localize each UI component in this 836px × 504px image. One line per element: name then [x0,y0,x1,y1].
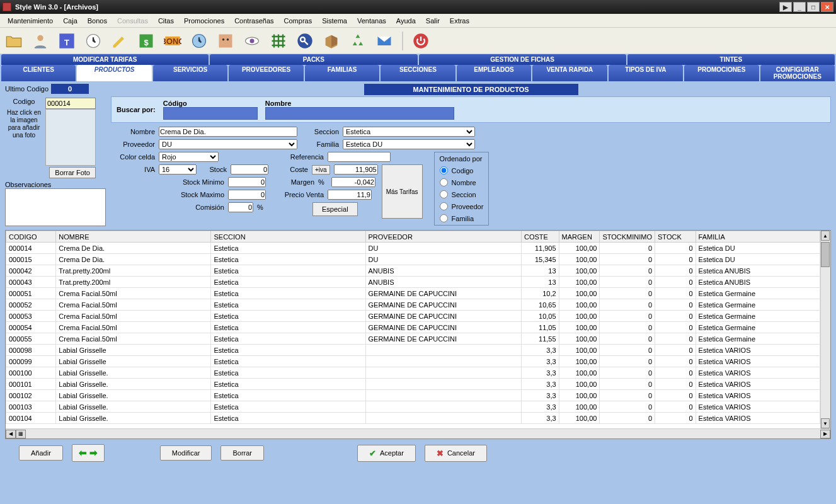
person-icon[interactable] [29,30,52,52]
scroll-down-icon[interactable]: ▼ [821,418,830,428]
borrar-foto-button[interactable]: Borrar Foto [49,167,96,178]
subtab-proveedores[interactable]: PROVEEDORES [229,65,303,81]
money-icon[interactable]: $ [135,30,157,52]
pencil-icon[interactable] [108,30,131,52]
table-row[interactable]: 000015Crema De Dia.EsteticaDU15,345100,0… [6,254,820,265]
menu-salir[interactable]: Salir [421,16,445,26]
close-button[interactable]: ✕ [821,2,833,12]
power-icon[interactable] [409,30,432,52]
table-row[interactable]: 000103Labial Grisselle.Estetica3,3100,00… [6,401,820,413]
menu-mantenimiento[interactable]: Mantenimiento [3,16,58,26]
table-row[interactable]: 000053Crema Facial.50mlEsteticaGERMAINE … [6,311,820,322]
hscroll-box-icon[interactable]: ▦ [16,430,26,438]
cancelar-button[interactable]: ✖Cancelar [425,445,487,462]
comision-input[interactable] [228,202,253,212]
subtab-secciones[interactable]: SECCIONES [381,65,455,81]
col-stockminimo[interactable]: STOCKMINIMO [600,231,655,243]
table-row[interactable]: 000099Labial GrisselleEstetica3,3100,000… [6,356,820,367]
order-option-proveedor[interactable]: Proveedor [440,202,484,210]
maintab-packs[interactable]: PACKS [210,54,417,65]
next-icon[interactable]: ➡ [89,447,98,459]
proveedor-select[interactable]: DU [159,139,297,149]
subtab-empleados[interactable]: EMPLEADOS [457,65,531,81]
stockmax-input[interactable] [228,190,266,200]
subtab-promociones[interactable]: PROMOCIONES [684,65,759,81]
table-row[interactable]: 000100Labial Grisselle.Estetica3,3100,00… [6,367,820,379]
stock-input[interactable] [231,164,268,175]
subtab-servicios[interactable]: SERVICIOS [153,65,227,81]
menu-promociones[interactable]: Promociones [179,16,229,26]
stockmin-input[interactable] [228,177,266,187]
subtab-tipos-de-iva[interactable]: TIPOS DE IVA [609,65,683,81]
borrar-button[interactable]: Borrar [220,445,264,461]
scroll-up-icon[interactable]: ▲ [821,231,830,241]
mail-icon[interactable] [373,30,396,52]
seccion-select[interactable]: Estetica [343,127,475,137]
table-row[interactable]: 000098Labial GrisselleEstetica3,3100,000… [6,345,820,356]
photo-zone[interactable] [45,109,96,166]
table-row[interactable]: 000051Crema Facial.50mlEsteticaGERMAINE … [6,288,820,299]
precio-input[interactable] [328,190,372,200]
search-codigo-input[interactable] [163,107,258,120]
hscroll-right-icon[interactable]: ▶ [820,430,830,438]
menu-bonos[interactable]: Bonos [83,16,112,26]
col-codigo[interactable]: CODIGO [6,231,56,243]
referencia-input[interactable] [328,152,391,162]
menu-contraseñas[interactable]: Contraseñas [229,16,278,26]
table-row[interactable]: 000014Crema De Dia.EsteticaDU11,905100,0… [6,243,820,254]
recycle-icon[interactable] [346,30,369,52]
col-margen[interactable]: MARGEN [559,231,600,243]
subtab-clientes[interactable]: CLIENTES [1,65,76,81]
coste-input[interactable] [334,164,378,175]
menu-ventanas[interactable]: Ventanas [352,16,391,26]
menu-caja[interactable]: Caja [58,16,83,26]
face-icon[interactable] [214,30,237,52]
hscroll-left-icon[interactable]: ◀ [6,430,16,438]
subtab-venta-rapida[interactable]: VENTA RAPIDA [532,65,607,81]
text-icon[interactable]: T [55,30,78,52]
bonus-icon[interactable]: BONO [161,30,184,52]
table-row[interactable]: 000104Labial Grisselle.Estetica3,3100,00… [6,413,820,424]
table-row[interactable]: 000101Labial Grisselle.Estetica3,3100,00… [6,379,820,390]
col-seccion[interactable]: SECCION [211,231,365,243]
especial-button[interactable]: Especial [312,202,358,216]
minimize-button[interactable]: _ [793,2,806,12]
menu-compras[interactable]: Compras [279,16,318,26]
iva-select[interactable]: 16 [159,164,197,175]
table-row[interactable]: 000102Labial Grisselle.Estetica3,3100,00… [6,390,820,401]
col-proveedor[interactable]: PROVEEDOR [365,231,521,243]
anadir-button[interactable]: Añadir [19,445,63,461]
horizontal-scrollbar[interactable]: ◀ ▦ ▶ [6,428,830,438]
box-icon[interactable] [320,30,343,52]
subtab-productos[interactable]: PRODUCTOS [77,65,151,81]
order-option-nombre[interactable]: Nombre [440,178,484,186]
maintab-modificar-tarifas[interactable]: MODIFICAR TARIFAS [1,54,209,65]
coste-iva-button[interactable]: +iva [312,165,330,175]
vertical-scrollbar[interactable]: ▲ ▼ [820,231,830,428]
observaciones-textarea[interactable] [5,188,106,226]
search-nombre-input[interactable] [265,107,454,120]
nombre-input[interactable] [159,127,297,137]
order-option-codigo[interactable]: Codigo [440,166,484,175]
menu-citas[interactable]: Citas [153,16,179,26]
table-row[interactable]: 000054Crema Facial.50mlEsteticaGERMAINE … [6,322,820,333]
clock-icon[interactable] [82,30,105,52]
modificar-button[interactable]: Modificar [160,445,212,461]
folder-icon[interactable] [3,30,25,52]
key-icon[interactable] [294,30,316,52]
menu-sistema[interactable]: Sistema [317,16,352,26]
maintab-gestion-de-fichas[interactable]: GESTION DE FICHAS [419,54,626,65]
order-option-familia[interactable]: Familia [440,214,484,222]
col-nombre[interactable]: NOMBRE [56,231,211,243]
grid-icon[interactable] [267,30,290,52]
margen-input[interactable] [331,177,375,187]
order-option-seccion[interactable]: Seccion [440,190,484,198]
menu-extras[interactable]: Extras [445,16,474,26]
color-select[interactable]: Rojo [159,152,219,162]
col-stock[interactable]: STOCK [655,231,696,243]
subtab-configurar-promociones[interactable]: CONFIGURAR PROMOCIONES [760,65,835,81]
scroll-thumb[interactable] [821,242,830,267]
aceptar-button[interactable]: ✔Aceptar [357,445,416,462]
maintab-tintes[interactable]: TINTES [627,54,835,65]
clock2-icon[interactable] [188,30,210,52]
